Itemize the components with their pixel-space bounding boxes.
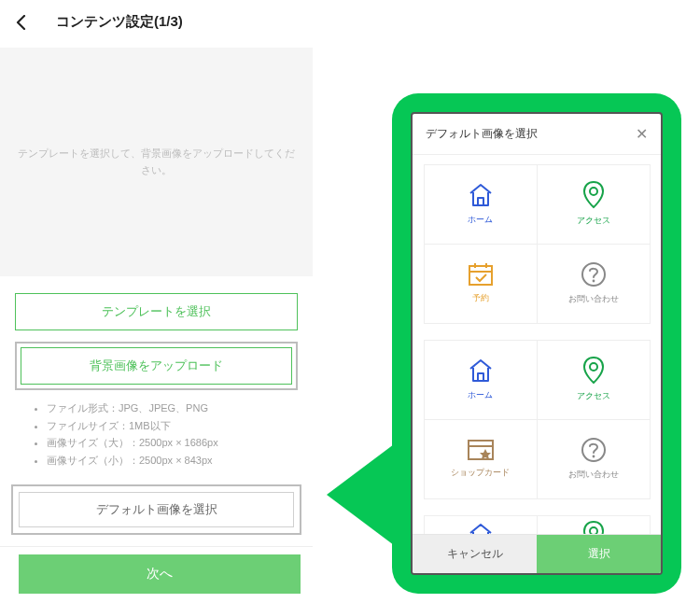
question-icon [581, 261, 607, 287]
tile-group: ホーム アクセス 予約 [424, 164, 650, 323]
tile-shopcard[interactable]: ショップカード [424, 419, 538, 499]
buttons-area: テンプレートを選択 背景画像をアップロード ファイル形式：JPG、JPEG、PN… [0, 276, 313, 470]
home-icon [467, 358, 495, 384]
tile-access[interactable]: アクセス [537, 164, 651, 245]
tile-group: ホーム アクセス [424, 515, 650, 534]
home-icon [467, 182, 495, 208]
svg-point-0 [590, 188, 597, 195]
file-info-item: 画像サイズ（小）：2500px × 843px [47, 452, 298, 470]
tile-label: ホーム [468, 389, 493, 401]
tile-inquiry[interactable]: お問い合わせ [537, 419, 651, 499]
tile-label: アクセス [577, 390, 610, 402]
default-image-button[interactable]: デフォルト画像を選択 [19, 492, 294, 527]
pin-icon [582, 357, 605, 385]
upload-background-button[interactable]: 背景画像をアップロード [21, 347, 292, 385]
modal-select-button[interactable]: 選択 [537, 535, 661, 573]
default-highlight-frame: デフォルト画像を選択 [11, 484, 301, 535]
tile-scroll-area: ホーム アクセス 予約 [413, 155, 661, 534]
tile-access[interactable]: アクセス [537, 515, 651, 535]
svg-point-6 [592, 280, 595, 283]
tile-label: お問い合わせ [568, 293, 619, 305]
callout-bubble: デフォルト画像を選択 ✕ ホーム アクセス [392, 93, 681, 594]
tile-home[interactable]: ホーム [424, 164, 538, 245]
tile-access[interactable]: アクセス [537, 340, 651, 420]
tile-label: アクセス [577, 215, 610, 227]
modal-title: デフォルト画像を選択 [426, 126, 538, 142]
home-icon [467, 522, 495, 534]
tile-label: ショップカード [451, 467, 510, 479]
tile-home[interactable]: ホーム [424, 340, 538, 420]
pin-icon [582, 521, 605, 534]
close-icon[interactable]: ✕ [636, 125, 648, 143]
tile-group: ホーム アクセス ショップカード [424, 340, 650, 498]
tile-inquiry[interactable]: お問い合わせ [537, 244, 651, 324]
select-template-button[interactable]: テンプレートを選択 [15, 293, 298, 330]
page-title: コンテンツ設定(1/3) [56, 13, 183, 31]
tile-label: 予約 [472, 292, 489, 304]
tile-label: お問い合わせ [568, 469, 619, 481]
upload-highlight-frame: 背景画像をアップロード [15, 342, 298, 390]
svg-rect-1 [469, 266, 492, 285]
file-info-item: ファイル形式：JPG、JPEG、PNG [47, 400, 298, 417]
tile-label: ホーム [468, 214, 493, 226]
svg-point-12 [590, 527, 597, 534]
modal-header: デフォルト画像を選択 ✕ [413, 114, 661, 155]
svg-point-7 [590, 363, 597, 371]
pin-icon [582, 181, 605, 209]
question-icon [581, 437, 607, 463]
divider [0, 546, 313, 547]
file-info-item: 画像サイズ（大）：2500px × 1686px [47, 434, 298, 452]
phone-frame: デフォルト画像を選択 ✕ ホーム アクセス [411, 112, 663, 575]
instruction-area: テンプレートを選択して、背景画像をアップロードしてください。 [0, 48, 313, 276]
back-icon[interactable] [15, 15, 28, 30]
tile-reserve[interactable]: 予約 [424, 244, 538, 324]
svg-point-11 [592, 456, 595, 458]
tile-home[interactable]: ホーム [424, 515, 538, 535]
calendar-icon [468, 262, 494, 287]
instruction-text: テンプレートを選択して、背景画像をアップロードしてください。 [17, 146, 296, 178]
next-button[interactable]: 次へ [19, 554, 301, 594]
modal-footer: キャンセル 選択 [413, 534, 661, 573]
modal-cancel-button[interactable]: キャンセル [413, 535, 537, 573]
file-info-item: ファイルサイズ：1MB以下 [47, 417, 298, 435]
file-info-list: ファイル形式：JPG、JPEG、PNG ファイルサイズ：1MB以下 画像サイズ（… [15, 390, 298, 470]
header: コンテンツ設定(1/3) [0, 0, 313, 44]
shopcard-icon [467, 439, 495, 461]
settings-panel: コンテンツ設定(1/3) テンプレートを選択して、背景画像をアップロードしてくだ… [0, 0, 313, 603]
svg-rect-8 [469, 441, 493, 459]
